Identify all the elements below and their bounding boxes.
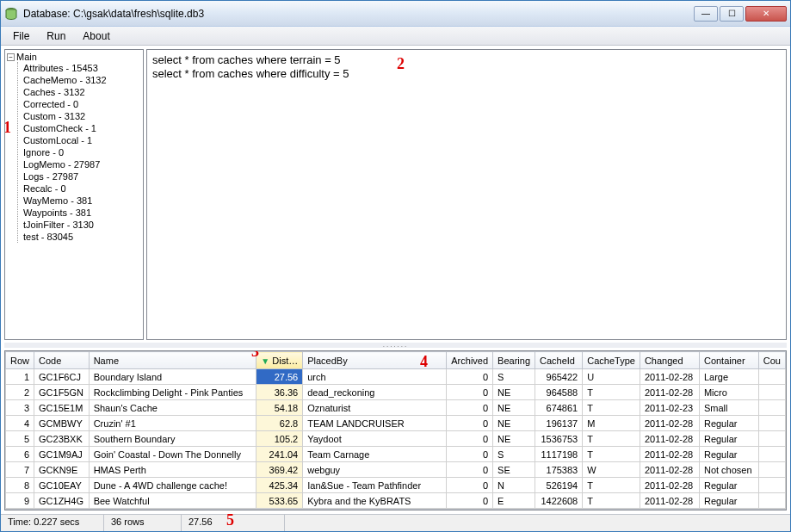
table-cell[interactable]: Dune - A 4WD challenge cache! [89,478,256,493]
column-header[interactable]: Archived [447,352,493,369]
table-cell[interactable]: M [583,416,640,431]
table-cell[interactable]: W [583,462,640,478]
table-cell[interactable]: Ian&Sue - Team Pathfinder [303,478,447,493]
tree-item[interactable]: tJoinFilter - 3130 [23,219,141,231]
table-cell[interactable]: 964588 [535,385,583,400]
table-cell[interactable]: Regular [699,493,758,509]
column-header[interactable]: Name [89,352,256,369]
table-cell[interactable]: NE [493,431,535,447]
table-cell[interactable]: N [493,478,535,493]
tree-item[interactable]: Logs - 27987 [23,170,141,182]
table-cell[interactable]: 8 [6,478,34,493]
table-cell[interactable] [758,478,785,493]
table-cell[interactable]: Team Carnage [303,447,447,462]
table-cell[interactable]: TEAM LANDCRUISER [303,416,447,431]
table-cell[interactable]: 2011-02-28 [640,447,699,462]
column-header[interactable]: Cou [758,352,785,369]
menu-run[interactable]: Run [38,28,74,44]
titlebar[interactable]: Database: C:\gsak\data\fresh\sqlite.db3 … [1,1,790,27]
table-cell[interactable]: Goin' Coastal - Down The Donnelly [89,447,256,462]
table-cell[interactable]: GCMBWY [34,416,90,431]
horizontal-splitter[interactable]: ······· [4,343,787,348]
tree-item[interactable]: Corrected - 0 [23,98,141,110]
tree-root-label[interactable]: Main [16,52,37,62]
menu-file[interactable]: File [4,28,38,44]
column-header[interactable]: Bearing [493,352,535,369]
table-cell[interactable]: 369.42 [256,462,303,478]
table-cell[interactable]: 5 [6,431,34,447]
table-cell[interactable]: GC15E1M [34,400,90,416]
table-row[interactable]: 6GC1M9AJGoin' Coastal - Down The Donnell… [6,447,786,462]
table-cell[interactable]: GC1ZH4G [34,493,90,509]
table-row[interactable]: 9GC1ZH4GBee Watchful533.65Kybra and the … [6,493,786,509]
tree-item[interactable]: Attributes - 15453 [23,62,141,74]
horizontal-scrollbar[interactable]: ◄ ► [5,509,786,510]
tree-item[interactable]: Waypoints - 381 [23,207,141,219]
table-cell[interactable]: 27.56 [256,369,303,385]
table-cell[interactable]: S [493,369,535,385]
table-cell[interactable]: GC10EAY [34,478,90,493]
table-cell[interactable]: Small [699,400,758,416]
table-cell[interactable]: Regular [699,447,758,462]
column-header[interactable]: Changed [640,352,699,369]
minimize-button[interactable]: — [694,6,718,22]
table-row[interactable]: 8GC10EAYDune - A 4WD challenge cache!425… [6,478,786,493]
table-cell[interactable]: 4 [6,416,34,431]
menu-about[interactable]: About [74,28,118,44]
table-cell[interactable]: 674861 [535,400,583,416]
tree-item[interactable]: CustomLocal - 1 [23,134,141,146]
table-cell[interactable] [758,369,785,385]
table-cell[interactable]: T [583,447,640,462]
table-row[interactable]: 2GC1F5GNRockclimbing Delight - Pink Pant… [6,385,786,400]
table-cell[interactable] [758,447,785,462]
table-cell[interactable]: Rockclimbing Delight - Pink Panties [89,385,256,400]
table-cell[interactable]: 2011-02-23 [640,400,699,416]
table-cell[interactable]: 0 [447,447,493,462]
column-header[interactable]: PlacedBy [303,352,447,369]
table-cell[interactable]: E [493,493,535,509]
tree-item[interactable]: LogMemo - 27987 [23,158,141,170]
table-cell[interactable]: GC1F6CJ [34,369,90,385]
table-row[interactable]: 5GC23BXKSouthern Boundary105.2Yaydoot0NE… [6,431,786,447]
table-cell[interactable]: T [583,431,640,447]
tree-item[interactable]: CustomCheck - 1 [23,122,141,134]
table-cell[interactable] [758,416,785,431]
table-cell[interactable]: 1117198 [535,447,583,462]
table-cell[interactable]: Regular [699,416,758,431]
results-grid[interactable]: 3 4 RowCodeName▼ Dist…PlacedByArchivedBe… [4,350,787,510]
table-cell[interactable]: 3 [6,400,34,416]
table-cell[interactable]: 425.34 [256,478,303,493]
table-cell[interactable]: 533.65 [256,493,303,509]
table-cell[interactable]: NE [493,400,535,416]
table-cell[interactable]: NE [493,416,535,431]
table-cell[interactable]: SE [493,462,535,478]
tree-item[interactable]: test - 83045 [23,231,141,243]
table-cell[interactable]: 54.18 [256,400,303,416]
table-cell[interactable]: Bee Watchful [89,493,256,509]
table-cell[interactable]: GC1M9AJ [34,447,90,462]
table-cell[interactable]: 1422608 [535,493,583,509]
table-cell[interactable]: HMAS Perth [89,462,256,478]
table-row[interactable]: 3GC15E1MShaun's Cache54.18Oznaturist0NE6… [6,400,786,416]
column-header[interactable]: CacheId [535,352,583,369]
tree-item[interactable]: Ignore - 0 [23,146,141,158]
table-cell[interactable]: Yaydoot [303,431,447,447]
table-cell[interactable]: 2011-02-28 [640,431,699,447]
table-cell[interactable]: Micro [699,385,758,400]
table-cell[interactable]: 2011-02-28 [640,493,699,509]
scroll-track[interactable] [19,510,772,510]
table-cell[interactable]: 0 [447,431,493,447]
schema-tree[interactable]: 1 − Main Attributes - 15453CacheMemo - 3… [4,49,144,340]
table-cell[interactable]: 0 [447,369,493,385]
column-header[interactable]: Code [34,352,90,369]
table-cell[interactable]: Shaun's Cache [89,400,256,416]
table-cell[interactable]: 2011-02-28 [640,369,699,385]
table-cell[interactable] [758,431,785,447]
table-cell[interactable]: urch [303,369,447,385]
table-cell[interactable]: T [583,385,640,400]
table-cell[interactable]: T [583,400,640,416]
table-cell[interactable]: 0 [447,416,493,431]
table-cell[interactable]: 196137 [535,416,583,431]
table-cell[interactable]: 0 [447,493,493,509]
table-cell[interactable]: 105.2 [256,431,303,447]
